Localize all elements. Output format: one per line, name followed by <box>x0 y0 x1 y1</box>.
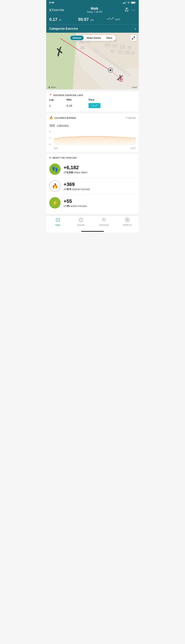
stat-distance-value: 0.17 <box>49 17 57 22</box>
today-icon <box>55 218 60 224</box>
wifi-icon <box>127 2 130 4</box>
categorize-arrow: › <box>135 27 136 30</box>
nav-discover[interactable]: Discover <box>74 218 88 226</box>
svg-rect-25 <box>131 52 135 54</box>
chart-y-labels: 8 4 0 <box>49 130 53 146</box>
svg-point-39 <box>59 218 60 219</box>
impact-icon-1: 🔥 <box>49 180 61 192</box>
svg-point-37 <box>56 218 57 219</box>
map-expand-button[interactable] <box>130 35 137 41</box>
svg-point-49 <box>103 218 104 220</box>
stat-duration: 55:57 min <box>78 17 107 22</box>
maps-attribution: Maps <box>48 86 56 88</box>
legal-link[interactable]: Legal <box>132 86 137 88</box>
share-icon <box>125 7 129 12</box>
stat-distance-unit: mi <box>59 19 61 21</box>
calories-header-row: 🔥 CALORIES BURNED 7 cals/min <box>49 116 136 120</box>
svg-rect-1 <box>124 2 124 4</box>
stat-duration-value: 55:57 <box>78 17 89 22</box>
map-container: ✗ ✗ Default Heart Zones Pace Maps Legal <box>46 33 139 90</box>
signal-icon <box>123 2 126 4</box>
lap-mile: 0.16 <box>67 102 89 109</box>
impact-items-container: 👣 +6,182 of 6,538 steps taken 🔥 +369 of … <box>49 161 136 211</box>
lap-row: 1 0.16 --'--" <box>49 102 136 109</box>
target-icon: ⊙ <box>49 156 51 159</box>
impact-text-2: +55 of 55 active minutes <box>64 198 136 208</box>
home-bar <box>81 231 104 232</box>
distance-laps-header: 📍 DISTANCE EXERCISE LAPS <box>49 94 136 96</box>
today-grid-icon <box>55 218 60 222</box>
expand-icon <box>132 36 135 40</box>
discover-compass-icon <box>79 218 83 222</box>
stat-pace: --'--" pace <box>107 17 136 22</box>
map-tab-heart-zones[interactable]: Heart Zones <box>84 36 103 40</box>
svg-rect-2 <box>125 2 125 4</box>
impact-desc-0: of 6,538 steps taken <box>64 171 136 174</box>
impact-text-1: +369 of 874 calories burned <box>64 182 136 191</box>
impact-desc-2: of 55 active minutes <box>64 204 136 208</box>
discover-icon <box>79 218 83 224</box>
status-icons <box>123 2 136 4</box>
svg-point-50 <box>105 218 106 220</box>
svg-rect-5 <box>135 2 136 3</box>
calories-value: 369 calories <box>49 120 136 128</box>
impact-desc-1: of 874 calories burned <box>64 188 136 191</box>
stats-row: 0.17 mi 55:57 min --'--" pace <box>46 16 139 24</box>
chart-area <box>54 130 136 146</box>
impact-value-2: +55 <box>64 198 136 204</box>
back-chevron-icon <box>49 8 51 12</box>
calories-chart-svg <box>54 130 136 146</box>
status-time: 8:46 <box>49 1 54 4</box>
nav-today[interactable]: Today <box>51 218 64 226</box>
nav-community[interactable]: Community <box>97 218 111 226</box>
nav-today-label: Today <box>55 224 60 226</box>
impact-section: ⊙ IMPACT ON YOUR DAY 👣 +6,182 of 6,538 s… <box>46 154 139 214</box>
stat-distance: 0.17 mi <box>49 17 78 22</box>
svg-marker-8 <box>46 33 76 90</box>
nav-covid[interactable]: COVID-19 <box>121 218 134 226</box>
svg-rect-19 <box>105 43 110 47</box>
map-tab-pace[interactable]: Pace <box>104 36 115 40</box>
svg-point-45 <box>59 221 60 222</box>
lap-number: 1 <box>49 102 67 109</box>
svg-rect-3 <box>126 2 126 4</box>
col-lap: Lap <box>49 98 67 102</box>
svg-point-42 <box>59 220 60 220</box>
app-header: Exercise Walk Today, 7:49 AM ··· <box>46 5 139 16</box>
stat-duration-unit: min <box>90 19 94 21</box>
back-button[interactable]: Exercise <box>49 8 64 12</box>
covid-icon <box>125 218 130 224</box>
distance-laps-title: DISTANCE EXERCISE LAPS <box>53 94 83 96</box>
more-button[interactable]: ··· <box>131 8 136 12</box>
community-people-icon <box>102 218 106 222</box>
impact-value-0: +6,182 <box>64 165 136 170</box>
impact-item: ⚡ +55 of 55 active minutes <box>49 194 136 211</box>
calories-section: 🔥 CALORIES BURNED 7 cals/min 369 calorie… <box>46 114 139 152</box>
distance-laps-section: 📍 DISTANCE EXERCISE LAPS Lap Mile Pace 1… <box>46 91 139 112</box>
nav-discover-label: Discover <box>77 224 85 226</box>
calories-title: CALORIES BURNED <box>55 117 76 119</box>
svg-rect-21 <box>120 45 125 49</box>
svg-rect-22 <box>127 46 132 49</box>
share-button[interactable] <box>125 7 129 12</box>
svg-point-43 <box>56 221 57 222</box>
chart-x-labels: Start 55:57 <box>54 147 136 149</box>
impact-title: IMPACT ON YOUR DAY <box>52 157 77 159</box>
map-tabs: Default Heart Zones Pace <box>69 35 116 41</box>
stat-pace-value: --'--" <box>107 17 114 21</box>
covid-plus-icon <box>125 218 130 222</box>
svg-marker-47 <box>81 218 81 220</box>
impact-icon-0: 👣 <box>49 164 61 175</box>
battery-icon <box>131 2 136 4</box>
svg-rect-0 <box>123 3 124 4</box>
svg-point-40 <box>56 220 57 220</box>
impact-item: 🔥 +369 of 874 calories burned <box>49 178 136 194</box>
header-center: Walk Today, 7:49 AM <box>87 6 102 13</box>
nav-community-label: Community <box>99 224 109 226</box>
map-tab-default[interactable]: Default <box>70 36 84 40</box>
home-indicator <box>46 230 139 232</box>
col-mile: Mile <box>67 98 89 102</box>
header-subtitle: Today, 7:49 AM <box>87 10 102 13</box>
maps-label: Maps <box>51 86 56 88</box>
categorize-banner[interactable]: Categorize Exercise › <box>46 24 139 33</box>
